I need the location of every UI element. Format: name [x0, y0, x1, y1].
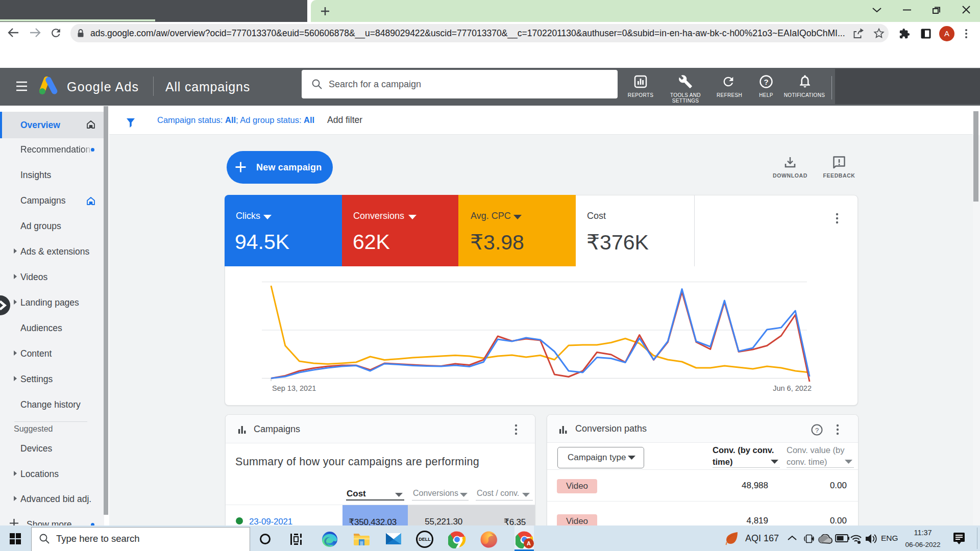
svg-text:?: ?	[815, 427, 819, 434]
svg-text:Jun 6, 2022: Jun 6, 2022	[773, 384, 812, 392]
svg-text:?: ?	[764, 78, 768, 86]
svg-text:Sep 13, 2021: Sep 13, 2021	[272, 384, 316, 392]
